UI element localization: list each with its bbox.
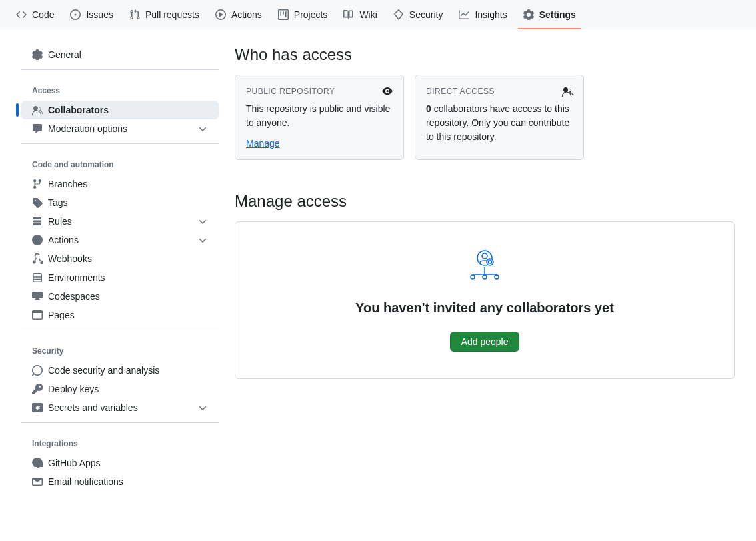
comment-icon — [32, 123, 43, 134]
collaborators-panel: You haven't invited any collaborators ye… — [235, 221, 735, 379]
chevron-down-icon — [197, 235, 208, 245]
add-people-button[interactable]: Add people — [450, 332, 520, 352]
tab-security[interactable]: Security — [388, 0, 449, 29]
sidebar-item-tags[interactable]: Tags — [21, 193, 219, 212]
branch-icon — [32, 179, 43, 189]
chevron-down-icon — [197, 123, 208, 134]
hubot-icon — [32, 458, 43, 468]
tab-wiki[interactable]: Wiki — [338, 0, 382, 29]
access-heading: Who has access — [235, 45, 735, 64]
tab-insights[interactable]: Insights — [453, 0, 512, 29]
eye-icon — [382, 86, 393, 97]
svg-point-6 — [495, 275, 499, 279]
issue-icon — [70, 9, 81, 20]
public-repo-text: This repository is public and visible to… — [246, 102, 393, 130]
svg-point-5 — [483, 275, 487, 279]
main-content: Who has access PUBLIC REPOSITORY This re… — [235, 45, 735, 507]
sidebar-item-collaborators[interactable]: Collaborators — [21, 101, 219, 119]
public-repo-card: PUBLIC REPOSITORY This repository is pub… — [235, 75, 404, 160]
graph-icon — [459, 9, 469, 20]
sidebar-item-branches[interactable]: Branches — [21, 175, 219, 193]
people-icon — [562, 86, 573, 97]
sidebar-item-code-security[interactable]: Code security and analysis — [21, 361, 219, 380]
tab-pull-requests[interactable]: Pull requests — [124, 0, 205, 29]
manage-visibility-link[interactable]: Manage — [246, 138, 280, 149]
direct-access-card: DIRECT ACCESS 0 collaborators have acces… — [415, 75, 584, 160]
sidebar-item-rules[interactable]: Rules — [21, 212, 219, 231]
shield-icon — [393, 9, 404, 20]
sidebar-item-email[interactable]: Email notifications — [21, 472, 219, 491]
key-icon — [32, 384, 43, 394]
project-icon — [278, 9, 289, 20]
public-repo-label: PUBLIC REPOSITORY — [246, 87, 335, 96]
sidebar-heading-access: Access — [21, 81, 219, 101]
sidebar-item-actions[interactable]: Actions — [21, 231, 219, 249]
sidebar-item-general[interactable]: General — [21, 45, 219, 64]
tab-projects[interactable]: Projects — [273, 0, 333, 29]
sidebar-item-secrets[interactable]: Secrets and variables — [21, 398, 219, 417]
sidebar-item-codespaces[interactable]: Codespaces — [21, 287, 219, 306]
svg-point-1 — [482, 253, 487, 259]
play-icon — [32, 235, 43, 245]
direct-access-text: 0 collaborators have access to this repo… — [426, 102, 573, 144]
sidebar-item-github-apps[interactable]: GitHub Apps — [21, 454, 219, 472]
mail-icon — [32, 476, 43, 487]
tab-code[interactable]: Code — [11, 0, 59, 29]
tag-icon — [32, 197, 43, 208]
tab-actions[interactable]: Actions — [210, 0, 267, 29]
browser-icon — [32, 310, 43, 320]
codespaces-icon — [32, 291, 43, 302]
sidebar-heading-code: Code and automation — [21, 155, 219, 175]
chevron-down-icon — [197, 402, 208, 413]
codescan-icon — [32, 365, 43, 376]
server-icon — [32, 272, 43, 283]
code-icon — [16, 9, 27, 20]
direct-access-label: DIRECT ACCESS — [426, 87, 495, 96]
manage-access-heading: Manage access — [235, 192, 735, 211]
sidebar-item-deploy-keys[interactable]: Deploy keys — [21, 380, 219, 398]
settings-sidebar: General Access Collaborators Moderation … — [21, 45, 219, 507]
sidebar-item-webhooks[interactable]: Webhooks — [21, 249, 219, 268]
sidebar-heading-integrations: Integrations — [21, 434, 219, 454]
chevron-down-icon — [197, 216, 208, 227]
sidebar-item-moderation[interactable]: Moderation options — [21, 119, 219, 138]
sidebar-heading-security: Security — [21, 341, 219, 361]
pr-icon — [129, 9, 140, 20]
book-icon — [343, 9, 354, 20]
collaborators-illustration — [466, 249, 503, 282]
sidebar-item-pages[interactable]: Pages — [21, 306, 219, 324]
gear-icon — [523, 9, 534, 20]
people-icon — [32, 105, 43, 115]
rules-icon — [32, 216, 43, 227]
empty-state-text: You haven't invited any collaborators ye… — [262, 300, 707, 316]
svg-point-2 — [487, 259, 493, 265]
play-icon — [215, 9, 226, 20]
webhook-icon — [32, 253, 43, 264]
sidebar-item-environments[interactable]: Environments — [21, 268, 219, 287]
tab-settings[interactable]: Settings — [518, 0, 581, 29]
gear-icon — [32, 49, 43, 60]
svg-point-4 — [471, 275, 475, 279]
asterisk-icon — [32, 402, 43, 413]
repo-tabs: Code Issues Pull requests Actions Projec… — [0, 0, 756, 29]
tab-issues[interactable]: Issues — [65, 0, 118, 29]
